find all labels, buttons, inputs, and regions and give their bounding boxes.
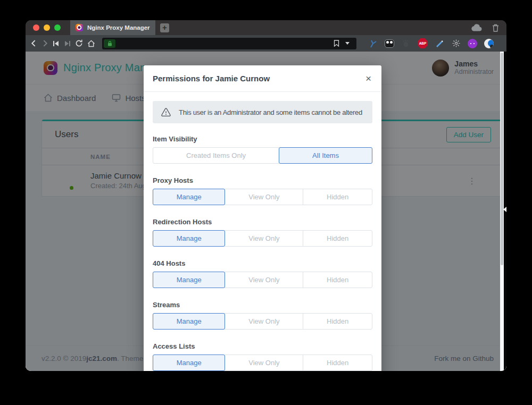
panel-toggle-arrow-icon[interactable] [503, 207, 506, 212]
close-window-button[interactable] [33, 24, 39, 31]
permission-group-label: 404 Hosts [153, 259, 372, 267]
permission-group-label: Redirection Hosts [153, 218, 372, 226]
home-button[interactable] [87, 40, 95, 47]
permission-group: StreamsManageView OnlyHidden [153, 301, 372, 330]
permission-options: ManageView OnlyHidden [153, 313, 372, 330]
permission-groups: Item VisibilityCreated Items OnlyAll Ite… [153, 135, 372, 371]
option-view-only-button[interactable]: View Only [225, 313, 303, 330]
zoom-window-button[interactable] [54, 24, 61, 31]
modal-title: Permissions for Jamie Curnow [153, 74, 270, 83]
option-created-items-only-button[interactable]: Created Items Only [153, 147, 279, 164]
permission-group-label: Access Lists [153, 342, 372, 350]
permissions-modal: Permissions for Jamie Curnow × This user… [144, 65, 381, 371]
extension-bar: ABP [368, 38, 494, 48]
option-hidden-button[interactable]: Hidden [303, 272, 372, 288]
permission-group: 404 HostsManageView OnlyHidden [153, 259, 372, 288]
modal-close-button[interactable]: × [364, 73, 372, 83]
permission-group-label: Streams [153, 301, 372, 309]
modal-body: This user is an Administrator and some i… [144, 92, 381, 371]
reload-button[interactable] [75, 39, 83, 47]
option-hidden-button[interactable]: Hidden [303, 230, 372, 247]
admin-alert-text: This user is an Administrator and some i… [179, 108, 362, 116]
option-manage-button[interactable]: Manage [153, 230, 225, 247]
trash-icon[interactable] [492, 24, 499, 32]
scrollbar-thumb[interactable] [501, 53, 503, 265]
option-manage-button[interactable]: Manage [153, 355, 225, 371]
permission-options: ManageView OnlyHidden [153, 230, 372, 247]
back-button[interactable] [30, 40, 37, 47]
permission-options: Created Items OnlyAll Items [153, 147, 372, 164]
option-view-only-button[interactable]: View Only [225, 230, 303, 247]
option-view-only-button[interactable]: View Only [225, 355, 303, 371]
browser-tab-bar: Nginx Proxy Manager + [26, 20, 506, 35]
minimize-window-button[interactable] [44, 24, 50, 31]
bookmark-dropdown-caret[interactable] [345, 42, 350, 45]
browser-window: Nginx Proxy Manager + [26, 20, 506, 371]
warning-triangle-icon [161, 108, 171, 117]
extension-blue-circle-icon[interactable] [484, 39, 494, 48]
option-hidden-button[interactable]: Hidden [303, 355, 372, 371]
permission-options: ManageView OnlyHidden [153, 355, 372, 371]
extension-stylus-pen-icon[interactable] [435, 39, 444, 48]
extension-purple-icon[interactable] [468, 39, 477, 48]
option-all-items-button[interactable]: All Items [279, 147, 372, 164]
extension-adblock-plus-icon[interactable]: ABP [418, 38, 428, 48]
tab-title: Nginx Proxy Manager [87, 24, 150, 31]
extension-footprint-icon[interactable] [401, 39, 411, 48]
extension-goggles-icon[interactable] [385, 39, 394, 48]
permission-group: Proxy HostsManageView OnlyHidden [153, 176, 372, 205]
option-view-only-button[interactable]: View Only [225, 272, 303, 288]
extension-blue-fork-icon[interactable] [368, 39, 378, 48]
forward-button[interactable] [41, 40, 48, 47]
browser-toolbar: ABP [26, 35, 506, 52]
permission-group: Access ListsManageView OnlyHidden [153, 342, 372, 371]
extension-atom-icon[interactable] [451, 39, 461, 48]
modal-header: Permissions for Jamie Curnow × [144, 65, 381, 92]
fast-forward-button[interactable] [64, 40, 71, 47]
permission-options: ManageView OnlyHidden [153, 189, 372, 205]
permission-group: Item VisibilityCreated Items OnlyAll Ite… [153, 135, 372, 164]
admin-alert: This user is an Administrator and some i… [153, 101, 372, 123]
option-manage-button[interactable]: Manage [153, 272, 225, 288]
option-manage-button[interactable]: Manage [153, 313, 225, 330]
page-viewport: Nginx Proxy Manager James Administrator … [26, 52, 506, 371]
sync-cloud-icon[interactable] [471, 24, 483, 31]
new-tab-button[interactable]: + [160, 23, 169, 32]
rewind-button[interactable] [53, 40, 60, 47]
browser-tab[interactable]: Nginx Proxy Manager [70, 20, 155, 35]
permission-group-label: Proxy Hosts [153, 176, 372, 184]
tab-favicon [76, 24, 83, 31]
option-view-only-button[interactable]: View Only [225, 189, 303, 205]
ssl-lock-icon[interactable] [104, 39, 115, 48]
option-manage-button[interactable]: Manage [153, 189, 225, 205]
permission-options: ManageView OnlyHidden [153, 272, 372, 288]
permission-group: Redirection HostsManageView OnlyHidden [153, 218, 372, 247]
screenshot-root: Nginx Proxy Manager + [0, 0, 532, 405]
address-bar[interactable] [102, 38, 356, 49]
permission-group-label: Item Visibility [153, 135, 372, 143]
bookmark-icon[interactable] [334, 40, 339, 47]
option-hidden-button[interactable]: Hidden [303, 313, 372, 330]
option-hidden-button[interactable]: Hidden [303, 189, 372, 205]
